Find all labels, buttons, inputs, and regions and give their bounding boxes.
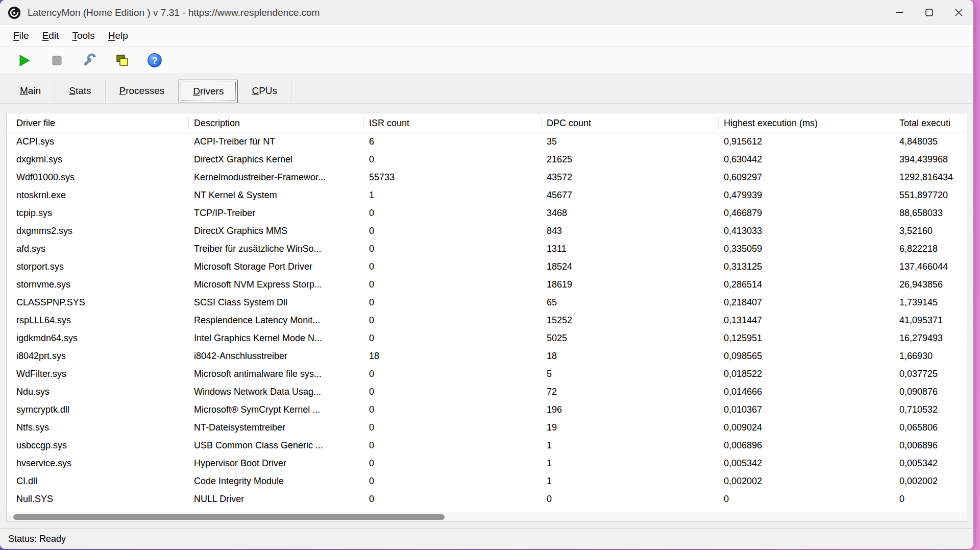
menu-tools[interactable]: Tools (65, 25, 101, 46)
table-cell: 0 (364, 279, 542, 290)
table-row[interactable]: hvservice.sysHypervisor Boot Driver010,0… (7, 455, 967, 472)
table-cell: symcryptk.dll (7, 404, 189, 415)
table-cell: Resplendence Latency Monit... (189, 315, 364, 326)
title-bar[interactable]: LatencyMon (Home Edition ) v 7.31 - http… (0, 0, 973, 25)
table-row[interactable]: rspLLL64.sysResplendence Latency Monit..… (7, 312, 967, 329)
table-cell: 0 (364, 261, 542, 272)
help-button[interactable]: ? (146, 51, 163, 69)
table-cell: 1,739145 (894, 297, 967, 308)
table-row[interactable]: dxgkrnl.sysDirectX Graphics Kernel021625… (7, 151, 967, 169)
table-cell: 0,002002 (719, 476, 894, 487)
table-row[interactable]: usbccgp.sysUSB Common Class Generic ...0… (7, 437, 967, 455)
minimize-button[interactable] (885, 0, 914, 25)
table-cell: 0 (364, 226, 542, 236)
table-cell: 72 (542, 387, 719, 397)
table-row[interactable]: Ntfs.sysNT-Dateisystemtreiber0190,009024… (7, 419, 967, 437)
table-cell: 0 (364, 440, 542, 451)
table-cell: 0,413033 (719, 226, 894, 236)
table-cell: 43572 (542, 172, 719, 183)
column-header[interactable]: DPC count (542, 116, 719, 130)
table-cell: 1 (542, 440, 719, 451)
table-cell: CLASSPNP.SYS (7, 297, 189, 308)
drivers-table: Driver fileDescriptionISR countDPC count… (6, 113, 967, 522)
table-row[interactable]: storport.sysMicrosoft Storage Port Drive… (7, 258, 967, 276)
table-cell: 21625 (542, 154, 719, 165)
table-cell: TCP/IP-Treiber (189, 208, 364, 219)
table-row[interactable]: Null.SYSNULL Driver0000 (7, 490, 967, 508)
table-cell: 0,609297 (719, 172, 894, 183)
table-row[interactable]: CLASSPNP.SYSSCSI Class System Dll0650,21… (7, 294, 967, 312)
table-cell: 0,018522 (719, 369, 894, 379)
scrollbar-thumb[interactable] (13, 514, 445, 520)
table-row[interactable]: Ndu.sysWindows Network Data Usag...0720,… (7, 383, 967, 401)
table-cell: 0,090876 (894, 387, 967, 397)
column-header[interactable]: Total executi (894, 116, 967, 130)
horizontal-scrollbar[interactable] (7, 512, 967, 521)
tab-stats[interactable]: Stats (55, 80, 105, 103)
table-cell: Code Integrity Module (189, 476, 364, 487)
table-cell: i8042-Anschlusstreiber (189, 351, 364, 362)
cascade-windows-button[interactable] (113, 51, 131, 69)
maximize-button[interactable] (914, 0, 944, 25)
menu-edit[interactable]: Edit (36, 25, 66, 46)
table-cell: 843 (542, 226, 719, 236)
table-cell: 0 (364, 422, 542, 433)
table-cell: 0,014666 (719, 387, 894, 397)
table-cell: 0 (364, 387, 542, 397)
table-cell: 35 (542, 136, 719, 147)
table-cell: CI.dll (7, 476, 189, 487)
table-cell: Kernelmodustreiber-Framewor... (189, 172, 364, 183)
menu-file[interactable]: File (7, 25, 36, 46)
maximize-icon (925, 9, 933, 16)
column-header[interactable]: Highest execution (ms) (719, 116, 894, 130)
table-cell: 0 (542, 494, 719, 505)
table-cell: 18 (364, 351, 542, 362)
app-window: LatencyMon (Home Edition ) v 7.31 - http… (0, 0, 973, 549)
app-logo-icon (8, 6, 21, 19)
table-cell: USB Common Class Generic ... (189, 440, 364, 451)
close-button[interactable] (944, 0, 973, 25)
table-row[interactable]: dxgmms2.sysDirectX Graphics MMS08430,413… (7, 222, 967, 240)
table-cell: 15252 (542, 315, 719, 326)
table-cell: NULL Driver (189, 494, 364, 505)
table-cell: 0 (364, 494, 542, 505)
table-row[interactable]: afd.sysTreiber für zusätzliche WinSo...0… (7, 240, 967, 258)
svg-text:?: ? (152, 56, 158, 66)
table-row[interactable]: WdFilter.sysMicrosoft antimalware file s… (7, 365, 967, 383)
start-monitor-button[interactable] (15, 51, 33, 69)
table-cell: 19 (542, 422, 719, 433)
table-cell: DirectX Graphics MMS (189, 226, 364, 236)
table-cell: Microsoft antimalware file sys... (189, 369, 364, 379)
cascade-windows-icon (115, 53, 130, 68)
column-header[interactable]: Description (189, 116, 364, 130)
table-cell: Treiber für zusätzliche WinSo... (189, 244, 364, 254)
tab-main[interactable]: Main (6, 80, 55, 103)
play-icon (17, 54, 31, 67)
table-row[interactable]: stornvme.sysMicrosoft NVM Express Storp.… (7, 276, 967, 294)
table-cell: 18 (542, 351, 719, 362)
table-row[interactable]: i8042prt.sysi8042-Anschlusstreiber18180,… (7, 347, 967, 365)
table-row[interactable]: ntoskrnl.exeNT Kernel & System1456770,47… (7, 186, 967, 204)
column-header[interactable]: Driver file (7, 116, 189, 130)
table-row[interactable]: CI.dllCode Integrity Module010,0020020,0… (7, 472, 967, 490)
tab-drivers[interactable]: Drivers (179, 80, 238, 103)
table-cell: ACPI-Treiber für NT (189, 136, 364, 147)
column-header[interactable]: ISR count (364, 116, 542, 130)
table-row[interactable]: ACPI.sysACPI-Treiber für NT6350,9156124,… (7, 133, 967, 151)
table-cell: 26,943856 (894, 279, 967, 290)
tab-strip: Main Stats Processes Drivers CPUs (0, 74, 973, 104)
tab-cpus[interactable]: CPUs (238, 80, 291, 103)
table-row[interactable]: Wdf01000.sysKernelmodustreiber-Framewor.… (7, 169, 967, 186)
table-cell: 0,037725 (894, 369, 967, 379)
tab-processes[interactable]: Processes (106, 80, 179, 103)
table-cell: dxgmms2.sys (7, 226, 189, 236)
analyze-tool-button[interactable] (81, 51, 98, 69)
table-cell: 0,009024 (719, 422, 894, 433)
table-row[interactable]: tcpip.sysTCP/IP-Treiber034680,46687988,6… (7, 204, 967, 222)
table-row[interactable]: symcryptk.dllMicrosoft® SymCrypt Kernel … (7, 401, 967, 419)
stop-monitor-button[interactable] (48, 51, 65, 69)
table-row[interactable]: igdkmdn64.sysIntel Graphics Kernel Mode … (7, 329, 967, 347)
menu-help[interactable]: Help (102, 25, 135, 46)
table-cell: 551,897720 (894, 190, 967, 201)
table-cell: 3,52160 (894, 226, 967, 236)
